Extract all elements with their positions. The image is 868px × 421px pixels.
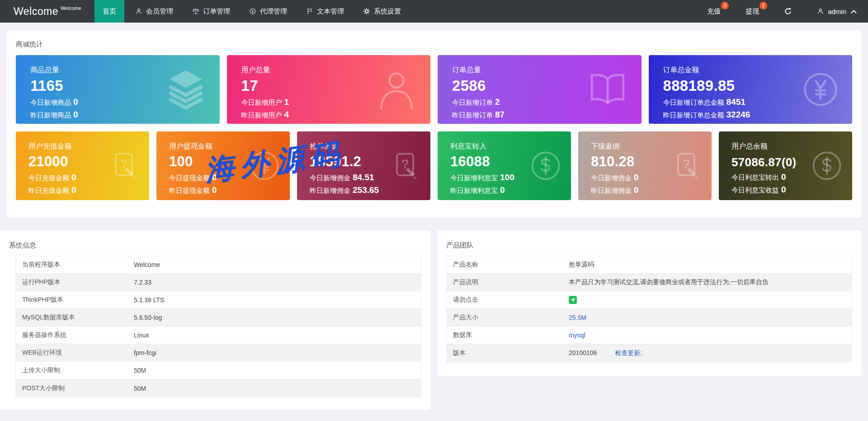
admin-menu[interactable]: admin: [804, 0, 868, 23]
stat-line: 今日利息宝收益0: [731, 185, 844, 195]
table-row: 当前程序版本 Welcome: [16, 256, 421, 274]
row-value: [569, 296, 852, 304]
scales-icon: [192, 8, 199, 15]
row-value: mysql: [569, 332, 852, 339]
withdraw-button[interactable]: 提现 2: [733, 0, 771, 23]
nav-item-label: 文本管理: [317, 7, 344, 16]
stat-line: 昨日新增商品0: [30, 110, 212, 120]
nav-item-settings[interactable]: 系统设置: [355, 0, 409, 23]
recharge-label: 充值: [707, 7, 721, 16]
row-value: fpm-fcgi: [134, 349, 421, 356]
product-team-panel: 产品团队 产品名称 抢单源码 产品说明 本产品只为学习测试交流,请勿要做商业或者…: [437, 230, 861, 376]
version-number: 20100106: [569, 349, 597, 356]
stat-line: 昨日新增利息宝0: [450, 185, 563, 195]
top-navbar: Welcome Welcome 首页 会员管理 订单管理 代理管理 文本管理 系…: [0, 0, 868, 23]
recharge-button[interactable]: 充值 3: [694, 0, 733, 23]
nav-item-home[interactable]: 首页: [94, 0, 124, 23]
table-row: 数据库 mysql: [447, 327, 852, 344]
recharge-badge: 3: [721, 2, 729, 9]
navbar-actions: 充值 3 提现 2 admin: [694, 0, 868, 23]
stats-row-2: 用户充值金额 21000 今日充值金额0 昨日充值金额0 用户提现金额 100 …: [16, 131, 852, 200]
table-row: ThinkPHP版本 5.1.38 LTS: [16, 291, 421, 309]
product-size-link[interactable]: 25.5M: [569, 314, 586, 321]
doc-question-icon: [670, 150, 703, 182]
nav-item-agents[interactable]: 代理管理: [241, 0, 295, 23]
table-row: 运行PHP版本 7.2.33: [16, 274, 421, 291]
dollar-circle-icon: [249, 8, 256, 15]
product-team-table: 产品名称 抢单源码 产品说明 本产品只为学习测试交流,请勿要做商业或者用于违法行…: [446, 256, 852, 362]
table-row: 版本 20100106 检查更新;: [447, 344, 852, 362]
row-label: 产品大小: [447, 313, 569, 322]
stat-card-total-orders: 订单总量 2586 今日新增订单2 昨日新增订单87: [438, 55, 642, 124]
user-icon: [135, 8, 142, 15]
nav-item-label: 订单管理: [203, 7, 230, 16]
row-value: 25.5M: [569, 314, 852, 321]
stat-line: 昨日新增佣金253.65: [310, 185, 422, 195]
dollar-circle-icon: [811, 150, 843, 182]
yen-circle-icon: [802, 70, 840, 108]
table-row: MySQL数据库版本 5.6.50-log: [16, 309, 421, 327]
stats-panel-title: 商城统计: [16, 40, 852, 49]
doc-question-icon: [389, 150, 421, 182]
stat-card-recharge-amount: 用户充值金额 21000 今日充值金额0 昨日充值金额0: [16, 131, 149, 200]
nav-item-text[interactable]: 文本管理: [298, 0, 352, 23]
row-label: 当前程序版本: [16, 261, 134, 269]
row-label: 产品名称: [447, 261, 569, 269]
stat-line: 昨日提现金额0: [169, 185, 282, 195]
row-label: ThinkPHP版本: [16, 296, 134, 304]
stat-line: 昨日新增用户4: [241, 110, 423, 120]
refresh-icon: [784, 7, 792, 15]
nav-item-label: 系统设置: [374, 7, 401, 16]
nav-item-label: 首页: [103, 7, 116, 16]
row-value: 50M: [134, 385, 421, 392]
table-row: 服务器操作系统 Linux: [16, 327, 421, 344]
database-link[interactable]: mysql: [569, 332, 585, 339]
system-info-title: 系统信息: [9, 241, 421, 250]
stat-card-grab-commission: 抢单佣金 18591.2 今日新增佣金84.51 昨日新增佣金253.65: [297, 131, 430, 200]
stat-card-total-users: 用户总量 17 今日新增用户1 昨日新增用户4: [227, 55, 431, 124]
stat-card-total-order-amount: 订单总金额 888189.85 今日新增订单总金额8451 昨日新增订单总金额3…: [649, 55, 853, 124]
book-icon: [586, 68, 629, 111]
stats-panel: 商城统计 商品总量 1165 今日新增商品0 昨日新增商品0 用户总量 17 今…: [7, 30, 861, 218]
flag-icon: [306, 8, 313, 15]
app-logo: Welcome Welcome: [0, 0, 93, 23]
refresh-button[interactable]: [771, 0, 804, 23]
withdraw-label: 提现: [745, 7, 759, 16]
stat-card-withdraw-amount: 用户提现金额 100 今日提现金额0 昨日提现金额0: [156, 131, 290, 200]
nav-item-orders[interactable]: 订单管理: [184, 0, 238, 23]
logo-superscript: Welcome: [61, 5, 81, 11]
table-row: 产品大小 25.5M: [447, 309, 852, 327]
row-value: 50M: [134, 367, 421, 374]
check-update-link[interactable]: 检查更新;: [615, 349, 642, 356]
stat-line: 昨日新增订单87: [452, 110, 633, 120]
withdraw-badge: 2: [760, 2, 767, 9]
row-value: 本产品只为学习测试交流,请勿要做商业或者用于违法行为,一切后果自负: [569, 278, 852, 286]
main-nav: 首页 会员管理 订单管理 代理管理 文本管理 系统设置: [93, 0, 410, 23]
system-info-panel: 系统信息 当前程序版本 Welcome 运行PHP版本 7.2.33 Think…: [0, 230, 430, 410]
stats-row-1: 商品总量 1165 今日新增商品0 昨日新增商品0 用户总量 17 今日新增用户…: [16, 55, 852, 124]
table-row: 产品说明 本产品只为学习测试交流,请勿要做商业或者用于违法行为,一切后果自负: [447, 274, 852, 291]
stat-line: 昨日充值金额0: [28, 185, 141, 195]
nav-item-label: 会员管理: [146, 7, 173, 16]
nav-item-label: 代理管理: [260, 7, 287, 16]
table-row: POST大小限制 50M: [16, 379, 421, 397]
row-label: 上传大小限制: [16, 366, 134, 374]
table-row: 请勿点击: [447, 291, 852, 309]
stat-card-interest-in: 利息宝转入 16088 今日新增利息宝100 昨日新增利息宝0: [438, 131, 571, 200]
row-label: 产品说明: [447, 278, 569, 286]
row-label: 请勿点击: [447, 296, 569, 304]
row-value: 7.2.33: [134, 279, 421, 286]
row-label: WEB运行环境: [16, 349, 134, 357]
row-value: 5.1.38 LTS: [134, 296, 421, 304]
stat-card-user-balance: 用户总余额 57086.87(0) 今日利息宝转出0 今日利息宝收益0: [719, 131, 852, 200]
row-label: MySQL数据库版本: [16, 313, 134, 322]
nav-item-members[interactable]: 会员管理: [127, 0, 181, 23]
system-info-table: 当前程序版本 Welcome 运行PHP版本 7.2.33 ThinkPHP版本…: [15, 256, 421, 398]
chat-icon[interactable]: [569, 296, 577, 304]
paper-plane-icon: [570, 297, 576, 303]
logo-text: Welcome: [14, 5, 58, 18]
row-value: 5.6.50-log: [134, 314, 421, 321]
row-value: 20100106 检查更新;: [569, 349, 852, 357]
person-icon: [375, 68, 418, 111]
product-team-title: 产品团队: [446, 241, 852, 250]
